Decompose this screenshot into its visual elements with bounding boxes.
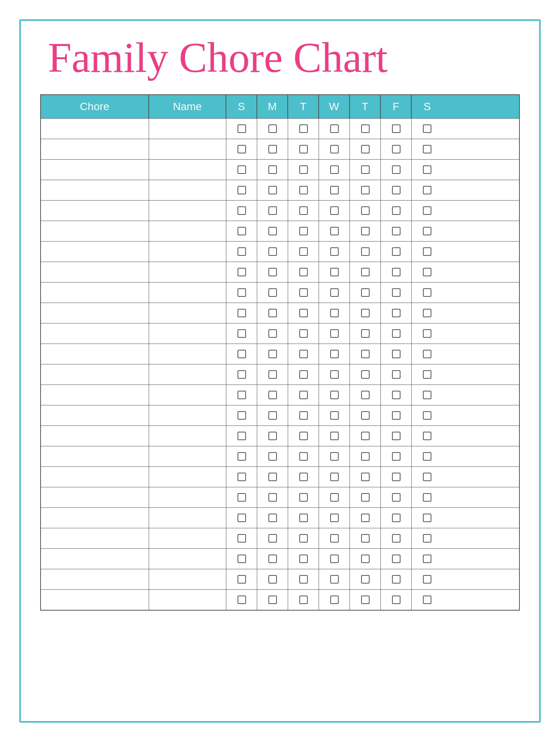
- checkbox[interactable]: [392, 329, 400, 338]
- checkbox[interactable]: [392, 514, 400, 522]
- checkbox[interactable]: [423, 145, 431, 153]
- checkbox[interactable]: [392, 473, 400, 481]
- checkbox[interactable]: [330, 186, 339, 194]
- checkbox[interactable]: [392, 309, 400, 317]
- checkbox[interactable]: [299, 534, 308, 543]
- checkbox[interactable]: [268, 206, 277, 215]
- checkbox[interactable]: [238, 268, 246, 276]
- checkbox[interactable]: [361, 473, 370, 481]
- checkbox[interactable]: [423, 432, 431, 440]
- checkbox[interactable]: [330, 493, 339, 502]
- checkbox[interactable]: [361, 247, 370, 256]
- checkbox[interactable]: [238, 309, 246, 317]
- checkbox[interactable]: [299, 411, 308, 420]
- checkbox[interactable]: [361, 227, 370, 235]
- checkbox[interactable]: [361, 411, 370, 420]
- checkbox[interactable]: [238, 145, 246, 153]
- checkbox[interactable]: [299, 493, 308, 502]
- checkbox[interactable]: [392, 247, 400, 256]
- checkbox[interactable]: [238, 350, 246, 358]
- checkbox[interactable]: [268, 124, 277, 133]
- checkbox[interactable]: [268, 452, 277, 461]
- checkbox[interactable]: [268, 432, 277, 440]
- checkbox[interactable]: [392, 186, 400, 194]
- checkbox[interactable]: [268, 370, 277, 379]
- checkbox[interactable]: [268, 268, 277, 276]
- checkbox[interactable]: [299, 145, 308, 153]
- checkbox[interactable]: [330, 432, 339, 440]
- checkbox[interactable]: [392, 411, 400, 420]
- checkbox[interactable]: [268, 596, 277, 604]
- checkbox[interactable]: [268, 391, 277, 399]
- checkbox[interactable]: [392, 452, 400, 461]
- checkbox[interactable]: [330, 227, 339, 235]
- checkbox[interactable]: [392, 227, 400, 235]
- checkbox[interactable]: [330, 288, 339, 297]
- checkbox[interactable]: [392, 206, 400, 215]
- checkbox[interactable]: [238, 432, 246, 440]
- checkbox[interactable]: [361, 555, 370, 563]
- checkbox[interactable]: [392, 165, 400, 174]
- checkbox[interactable]: [238, 555, 246, 563]
- checkbox[interactable]: [299, 124, 308, 133]
- checkbox[interactable]: [299, 186, 308, 194]
- checkbox[interactable]: [268, 493, 277, 502]
- checkbox[interactable]: [299, 514, 308, 522]
- checkbox[interactable]: [423, 165, 431, 174]
- checkbox[interactable]: [238, 473, 246, 481]
- checkbox[interactable]: [330, 411, 339, 420]
- checkbox[interactable]: [361, 309, 370, 317]
- checkbox[interactable]: [238, 411, 246, 420]
- checkbox[interactable]: [423, 309, 431, 317]
- checkbox[interactable]: [299, 391, 308, 399]
- checkbox[interactable]: [299, 247, 308, 256]
- checkbox[interactable]: [330, 575, 339, 584]
- checkbox[interactable]: [361, 124, 370, 133]
- checkbox[interactable]: [330, 124, 339, 133]
- checkbox[interactable]: [268, 329, 277, 338]
- checkbox[interactable]: [268, 288, 277, 297]
- checkbox[interactable]: [238, 227, 246, 235]
- checkbox[interactable]: [299, 370, 308, 379]
- checkbox[interactable]: [330, 391, 339, 399]
- checkbox[interactable]: [238, 165, 246, 174]
- checkbox[interactable]: [268, 145, 277, 153]
- checkbox[interactable]: [299, 575, 308, 584]
- checkbox[interactable]: [268, 227, 277, 235]
- checkbox[interactable]: [238, 596, 246, 604]
- checkbox[interactable]: [238, 247, 246, 256]
- checkbox[interactable]: [423, 227, 431, 235]
- checkbox[interactable]: [361, 391, 370, 399]
- checkbox[interactable]: [238, 391, 246, 399]
- checkbox[interactable]: [423, 575, 431, 584]
- checkbox[interactable]: [361, 534, 370, 543]
- checkbox[interactable]: [238, 514, 246, 522]
- checkbox[interactable]: [361, 206, 370, 215]
- checkbox[interactable]: [330, 452, 339, 461]
- checkbox[interactable]: [423, 391, 431, 399]
- checkbox[interactable]: [330, 268, 339, 276]
- checkbox[interactable]: [361, 370, 370, 379]
- checkbox[interactable]: [268, 555, 277, 563]
- checkbox[interactable]: [330, 206, 339, 215]
- checkbox[interactable]: [299, 268, 308, 276]
- checkbox[interactable]: [423, 124, 431, 133]
- checkbox[interactable]: [268, 186, 277, 194]
- checkbox[interactable]: [423, 186, 431, 194]
- checkbox[interactable]: [392, 432, 400, 440]
- checkbox[interactable]: [330, 534, 339, 543]
- checkbox[interactable]: [392, 145, 400, 153]
- checkbox[interactable]: [238, 329, 246, 338]
- checkbox[interactable]: [299, 555, 308, 563]
- checkbox[interactable]: [423, 473, 431, 481]
- checkbox[interactable]: [299, 309, 308, 317]
- checkbox[interactable]: [330, 165, 339, 174]
- checkbox[interactable]: [238, 370, 246, 379]
- checkbox[interactable]: [423, 350, 431, 358]
- checkbox[interactable]: [392, 596, 400, 604]
- checkbox[interactable]: [423, 288, 431, 297]
- checkbox[interactable]: [238, 575, 246, 584]
- checkbox[interactable]: [299, 288, 308, 297]
- checkbox[interactable]: [361, 596, 370, 604]
- checkbox[interactable]: [238, 452, 246, 461]
